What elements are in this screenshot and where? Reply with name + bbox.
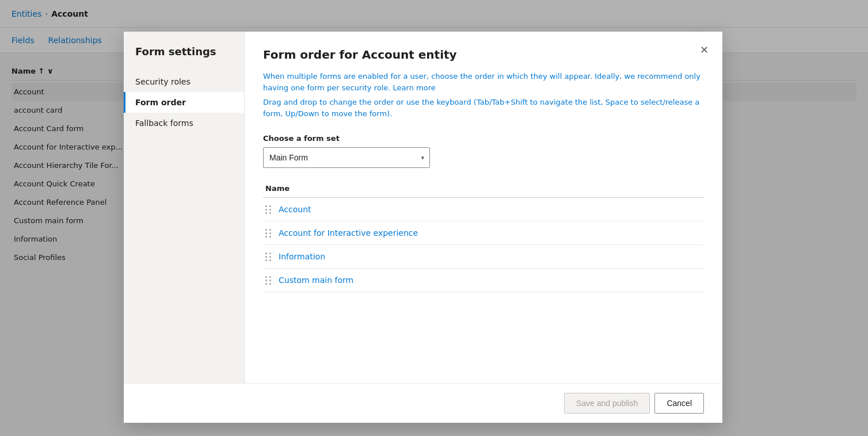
dialog-body: Form settings Security roles Form order …: [124, 32, 722, 383]
forms-table: Name Account: [263, 179, 704, 367]
form-row-name[interactable]: Account for Interactive experience: [279, 228, 418, 238]
form-row-name[interactable]: Account: [279, 205, 311, 214]
dialog-sidebar: Form settings Security roles Form order …: [124, 32, 245, 383]
dialog-description-line2: Drag and drop to change the order or use…: [263, 97, 704, 119]
form-set-select-wrapper: Main Form Quick Create Form Card Form ▾: [263, 147, 430, 168]
dialog-content: ✕ Form order for Account entity When mul…: [245, 32, 722, 383]
learn-more-link[interactable]: Learn more: [393, 83, 436, 92]
forms-table-header: Name: [263, 179, 704, 198]
drag-handle-icon[interactable]: [265, 253, 272, 261]
drag-handle-icon[interactable]: [265, 229, 272, 238]
form-row-name[interactable]: Information: [279, 252, 325, 261]
form-row-name[interactable]: Custom main form: [279, 276, 353, 285]
drag-handle-icon[interactable]: [265, 276, 272, 285]
sidebar-nav-form-order[interactable]: Form order: [124, 92, 244, 113]
save-and-publish-button[interactable]: Save and publish: [564, 393, 650, 414]
dialog-footer: Save and publish Cancel: [124, 383, 722, 423]
close-button[interactable]: ✕: [695, 41, 713, 59]
cancel-button[interactable]: Cancel: [654, 393, 704, 414]
table-row[interactable]: Account: [263, 198, 704, 221]
table-row[interactable]: Information: [263, 245, 704, 269]
form-settings-dialog: Form settings Security roles Form order …: [124, 32, 722, 423]
table-row[interactable]: Custom main form: [263, 269, 704, 292]
sidebar-title: Form settings: [124, 45, 244, 71]
sidebar-nav-fallback-forms[interactable]: Fallback forms: [124, 113, 244, 133]
sidebar-nav-security-roles[interactable]: Security roles: [124, 71, 244, 92]
dialog-title: Form order for Account entity: [263, 48, 704, 62]
form-set-label: Choose a form set: [263, 134, 704, 143]
form-set-select[interactable]: Main Form Quick Create Form Card Form: [263, 147, 430, 168]
drag-handle-icon[interactable]: [265, 205, 272, 214]
table-row[interactable]: Account for Interactive experience: [263, 221, 704, 245]
dialog-description-line1: When multiple forms are enabled for a us…: [263, 71, 704, 93]
